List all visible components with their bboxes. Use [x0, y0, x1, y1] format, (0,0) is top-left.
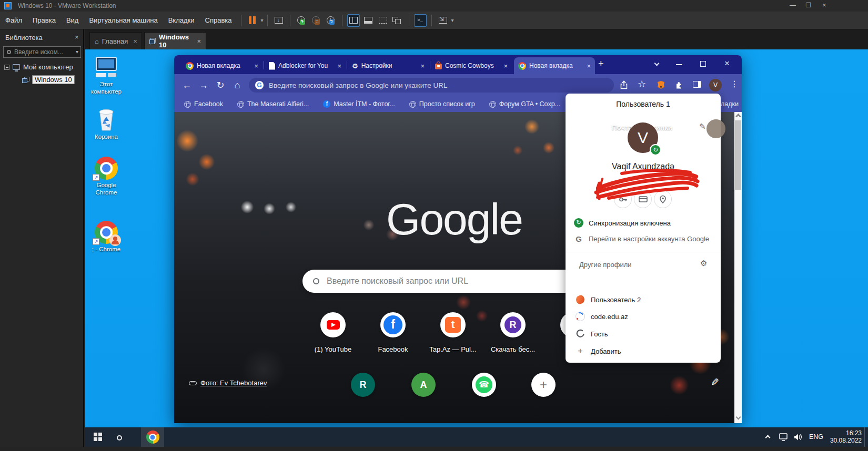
shortcut-a-site[interactable]: A: [411, 373, 436, 397]
chrome-tab-settings[interactable]: ⚙ Настройки ×: [348, 57, 429, 74]
shortcut-whatsapp[interactable]: ☎: [472, 373, 496, 397]
desktop-icon-recycle-bin[interactable]: Корзина: [85, 106, 127, 140]
vmware-minimize-button[interactable]: —: [786, 2, 800, 10]
take-snapshot-button[interactable]: +: [295, 14, 308, 27]
chrome-tab-newtab-active[interactable]: Новая вкладка ×: [514, 57, 595, 74]
network-icon[interactable]: [779, 433, 788, 442]
tree-item-windows10[interactable]: Windows 10: [22, 75, 75, 84]
pause-vm-button[interactable]: [246, 14, 259, 27]
show-thumbnail-bar-button[interactable]: [362, 14, 375, 27]
bookmark-item[interactable]: Facebook: [184, 100, 223, 108]
page-scrollbar[interactable]: [734, 112, 742, 423]
forward-button[interactable]: →: [197, 79, 210, 91]
show-library-button[interactable]: [347, 14, 360, 27]
metamask-icon[interactable]: [657, 80, 665, 89]
google-account-settings-row[interactable]: G Перейти в настройки аккаунта Google: [574, 234, 709, 243]
chrome-tab-cosmic-cowboys[interactable]: Cosmic Cowboys ×: [431, 57, 512, 74]
tab-search-icon[interactable]: [654, 61, 660, 66]
menu-file[interactable]: Файл: [0, 14, 27, 26]
profile-row-user2[interactable]: Пользователь 2: [576, 295, 641, 304]
bookmark-star-icon[interactable]: ☆: [638, 78, 646, 90]
chrome-minimize-button[interactable]: [676, 64, 682, 65]
extensions-puzzle-icon[interactable]: [674, 80, 683, 89]
send-ctrl-alt-del-button[interactable]: ↓: [272, 14, 285, 27]
fullscreen-button[interactable]: [377, 14, 389, 27]
google-apps-grid-icon[interactable]: [685, 125, 687, 127]
shortcut-r-site[interactable]: R: [351, 373, 375, 397]
home-button[interactable]: ⌂: [231, 79, 244, 91]
tab-close-icon[interactable]: ×: [420, 62, 425, 70]
volume-icon[interactable]: [793, 433, 803, 442]
new-tab-button[interactable]: +: [598, 58, 604, 69]
add-shortcut-button[interactable]: +: [531, 373, 556, 397]
bookmark-item[interactable]: fMaster İTM - Фотог...: [323, 100, 395, 108]
library-search-input[interactable]: Введите иском... ▾: [3, 46, 81, 58]
menu-help[interactable]: Справка: [200, 14, 237, 26]
vmware-close-button[interactable]: ×: [817, 2, 831, 10]
shortcut-tapaz[interactable]: t: [440, 312, 466, 337]
manage-profiles-gear-icon[interactable]: ⚙: [700, 259, 707, 268]
profile-avatar-button[interactable]: V: [709, 79, 722, 91]
menu-edit[interactable]: Правка: [27, 14, 61, 26]
show-desktop-button[interactable]: [864, 427, 865, 447]
chrome-tab-newtab-1[interactable]: Новая вкладка ×: [181, 57, 263, 74]
tray-clock[interactable]: 16:23 30.08.2022: [825, 429, 862, 444]
scroll-up-icon[interactable]: [735, 114, 741, 119]
desktop-icon-google-chrome[interactable]: ↗ Google Chrome: [85, 157, 127, 196]
pause-caret-icon[interactable]: ▾: [261, 17, 264, 23]
menu-vm[interactable]: Виртуальная машина: [84, 14, 163, 26]
chrome-maximize-button[interactable]: [700, 61, 706, 67]
profile-row-code-edu-az[interactable]: code.edu.az: [576, 312, 628, 321]
tray-expand-icon[interactable]: [765, 435, 771, 440]
bookmark-item[interactable]: The Maserati Alfieri...: [237, 100, 309, 108]
library-close-icon[interactable]: ×: [75, 33, 79, 41]
side-panel-icon[interactable]: [693, 81, 701, 88]
taskbar-search-icon[interactable]: [117, 435, 122, 440]
shortcut-download[interactable]: R: [500, 312, 526, 337]
menu-tabs[interactable]: Вкладки: [163, 14, 200, 26]
tab-close-icon[interactable]: ×: [197, 37, 201, 45]
scrollbar-thumb[interactable]: [735, 120, 741, 190]
revert-snapshot-button[interactable]: ←: [310, 14, 322, 27]
console-view-button[interactable]: >_: [414, 14, 427, 27]
stretch-guest-button[interactable]: ⇲: [437, 14, 449, 27]
tab-close-icon[interactable]: ×: [133, 37, 137, 45]
edit-profile-pencil-icon[interactable]: ✎: [699, 122, 706, 131]
search-dropdown-icon[interactable]: ▾: [76, 49, 78, 55]
scroll-down-icon[interactable]: [735, 415, 741, 420]
start-button[interactable]: [94, 433, 102, 441]
unity-mode-button[interactable]: [391, 14, 404, 27]
photo-credit-link[interactable]: Фото: Ev Tchebotarev: [189, 379, 267, 387]
vmware-tab-home[interactable]: ⌂ Главная ×: [89, 32, 142, 49]
share-icon[interactable]: [620, 80, 629, 90]
desktop-icon-this-pc[interactable]: Этот компьютер: [85, 57, 127, 95]
chrome-tab-adblocker[interactable]: Adblocker for You ×: [265, 57, 346, 74]
shortcut-facebook[interactable]: f: [380, 312, 406, 337]
sync-status-row[interactable]: ↻ Синхронизация включена: [574, 218, 671, 228]
back-button[interactable]: ←: [180, 79, 193, 91]
vmware-maximize-button[interactable]: ❐: [802, 2, 815, 10]
stretch-caret-icon[interactable]: ▾: [451, 17, 454, 23]
tab-close-icon[interactable]: ×: [254, 62, 258, 70]
profile-row-add[interactable]: + Добавить: [576, 346, 621, 356]
taskbar-chrome-button[interactable]: [141, 427, 164, 447]
manage-snapshots-button[interactable]: /: [325, 14, 337, 27]
desktop-icon-chrome-profile[interactable]: ↗ ; - Chrome: [85, 221, 127, 253]
tab-close-icon[interactable]: ×: [337, 62, 341, 70]
tab-close-icon[interactable]: ×: [587, 62, 591, 70]
ntp-search-input[interactable]: Введите поисковый запрос или URL: [302, 270, 604, 293]
bookmark-item[interactable]: Форум GTA • Сохр...: [489, 100, 560, 108]
language-indicator[interactable]: ENG: [809, 433, 823, 440]
menu-dots-icon[interactable]: ⋮: [728, 79, 741, 89]
reload-button[interactable]: ↻: [214, 79, 227, 91]
vmware-tab-windows10[interactable]: Windows 10 ×: [144, 32, 206, 49]
tree-item-my-computer[interactable]: Мой компьютер: [4, 63, 73, 71]
menu-view[interactable]: Вид: [61, 14, 84, 26]
customize-page-pencil-icon[interactable]: ✎: [711, 376, 719, 388]
tree-collapse-icon[interactable]: [4, 65, 9, 70]
tab-close-icon[interactable]: ×: [503, 62, 508, 70]
bookmark-item[interactable]: Просто список игр: [409, 100, 475, 108]
shortcut-youtube[interactable]: [320, 312, 346, 337]
chrome-close-button[interactable]: ×: [724, 58, 730, 69]
profile-row-guest[interactable]: Гость: [576, 329, 608, 339]
